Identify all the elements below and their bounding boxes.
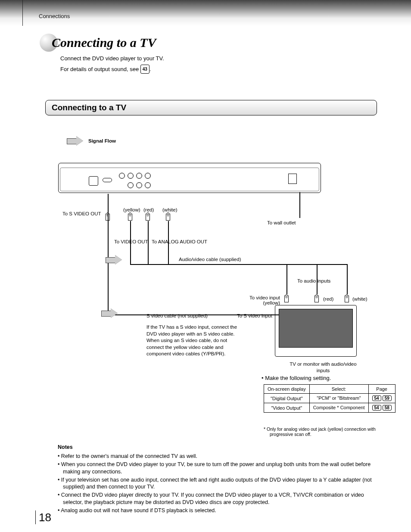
svideo-cable-arrow	[101, 308, 118, 319]
table-footnote: * Only for analog video out jack (yellow…	[264, 426, 376, 437]
page-ref: 59	[383, 395, 392, 401]
label-red-1: (red)	[143, 207, 154, 212]
note-item: Analog audio out will not have sound if …	[58, 507, 377, 514]
note-item: When you connect the DVD video player to…	[58, 461, 377, 476]
label-svideo-out: To S VIDEO OUT	[62, 211, 101, 216]
label-white-2: (white)	[352, 296, 367, 302]
dvd-player-rear	[58, 163, 321, 193]
label-to-svideo-input: To S video input	[237, 313, 272, 318]
label-wall-outlet: To wall outlet	[267, 220, 296, 225]
page-number: 18	[39, 511, 51, 524]
arrow-icon	[101, 308, 118, 318]
note-item: Connect the DVD video player directly to…	[58, 492, 377, 506]
plug-tv-white	[345, 296, 349, 302]
arrow-icon	[67, 136, 84, 146]
plug-red	[146, 214, 150, 221]
power-cable	[299, 192, 300, 218]
intro-line-1: Connect the DVD video player to your TV.	[60, 53, 164, 64]
panel-heading: Connecting to a TV	[45, 100, 377, 115]
label-to-video-input: To video input (yellow)	[228, 295, 280, 305]
page-ref: 54	[372, 405, 381, 411]
plug-yellow	[128, 214, 132, 221]
notes-title: Notes	[58, 444, 377, 451]
label-red-2: (red)	[323, 296, 333, 302]
table-header-display: On-screen display	[264, 385, 310, 394]
svideo-note: If the TV has a S video input, connect t…	[146, 324, 243, 358]
page-title: Connecting to a TV	[52, 35, 156, 50]
signal-flow-legend: Signal Flow	[67, 136, 116, 146]
page-number-rule	[35, 510, 36, 524]
page-ref: 58	[383, 405, 392, 411]
connection-panel: Connecting to a TV Signal Flow To wall o…	[45, 100, 377, 374]
label-svideo-cable: S video cable (not supplied)	[146, 313, 208, 318]
page-ref-43: 43	[140, 65, 149, 74]
note-item: If your television set has one audio inp…	[58, 476, 377, 491]
table-row: "Digital Output" "PCM" or "Bitstream" 54…	[264, 394, 395, 403]
coaxial-port	[103, 178, 112, 182]
tv-screen	[279, 309, 353, 348]
left-margin-rule	[22, 0, 23, 26]
tv-caption: TV or monitor with audio/video inputs	[289, 361, 358, 374]
label-av-cable: Audio/video cable (supplied)	[179, 257, 241, 262]
intro-line-2: For details of output sound, see 43.	[60, 64, 164, 75]
connection-diagram: Signal Flow To wall outlet To S VIDEO OU…	[45, 115, 377, 374]
audio-out-ports-row2	[128, 182, 151, 188]
section-header: Connections	[39, 13, 70, 19]
page-ref: 54	[372, 395, 381, 401]
table-header-page: Page	[368, 385, 395, 394]
label-analog-audio-out: To ANALOG AUDIO OUT	[152, 239, 207, 244]
plug-tv-red	[314, 296, 319, 302]
label-to-audio-inputs: To audio inputs	[297, 278, 330, 283]
label-white-1: (white)	[162, 207, 177, 212]
plug-tv-yellow	[284, 296, 289, 302]
arrow-icon	[106, 255, 123, 264]
av-cable-arrow	[106, 255, 123, 265]
ac-inlet	[288, 174, 297, 184]
tv-monitor	[275, 305, 357, 357]
video-out-ports-row1	[119, 173, 151, 179]
setting-prompt: • Make the following setting.	[266, 375, 331, 381]
table-row: "Video Output" Composite * Component 54 …	[264, 403, 395, 413]
notes-section: Notes Refer to the owner's manual of the…	[58, 444, 377, 515]
label-yellow-1: (yellow)	[123, 207, 140, 212]
optical-port	[89, 176, 98, 186]
label-video-out: To VIDEO OUT	[114, 239, 148, 244]
table-header-select: Select:	[309, 385, 368, 394]
note-item: Refer to the owner's manual of the conne…	[58, 453, 377, 460]
plug-white	[166, 214, 170, 221]
intro-text: Connect the DVD video player to your TV.…	[60, 53, 164, 75]
settings-table: On-screen display Select: Page "Digital …	[264, 384, 395, 413]
